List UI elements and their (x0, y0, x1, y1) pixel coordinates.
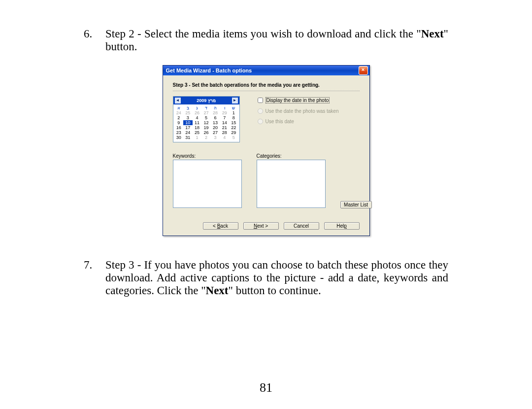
calendar-day[interactable]: 20 (211, 125, 220, 130)
categories-label: Categories: (257, 153, 326, 159)
calendar-dow: ה (211, 105, 220, 110)
button-bar: < Back Next > Cancel Help (173, 222, 360, 230)
keywords-listbox[interactable] (173, 160, 242, 208)
calendar-day[interactable]: 16 (174, 125, 184, 130)
calendar-day[interactable]: 7 (220, 115, 229, 120)
calendar-dow: ב (183, 105, 193, 110)
calendar-prev-icon[interactable]: ◄ (175, 98, 181, 103)
calendar-day[interactable]: 25 (183, 110, 193, 115)
step-heading: Step 3 - Set the batch operations for th… (173, 82, 360, 91)
calendar-day[interactable]: 11 (193, 120, 202, 125)
calendar-day[interactable]: 1 (229, 110, 238, 115)
calendar-day[interactable]: 14 (220, 120, 229, 125)
calendar-dow: ג (193, 105, 202, 110)
cancel-button[interactable]: Cancel (284, 222, 319, 230)
list-text-7: Step 3 - If you have photos you can choo… (105, 259, 448, 297)
use-this-label: Use this date (266, 119, 294, 124)
calendar-day[interactable]: 3 (183, 115, 193, 120)
calendar-day[interactable]: 5 (201, 115, 211, 120)
calendar-day[interactable]: 8 (229, 115, 238, 120)
calendar-day[interactable]: 13 (211, 120, 220, 125)
list-item-7: 7. Step 3 - If you have photos you can c… (84, 259, 448, 297)
calendar-day[interactable]: 21 (220, 125, 229, 130)
calendar-day[interactable]: 12 (201, 120, 211, 125)
checkbox-input[interactable] (258, 98, 263, 103)
calendar-day[interactable]: 10 (183, 120, 193, 125)
calendar-day[interactable]: 22 (229, 125, 238, 130)
calendar-day[interactable]: 29 (229, 130, 238, 135)
calendar-day[interactable]: 15 (229, 120, 238, 125)
calendar-day[interactable]: 1 (193, 135, 202, 140)
master-list-button[interactable]: Master List (340, 201, 372, 208)
calendar-day[interactable]: 2 (174, 115, 184, 120)
use-this-radio[interactable]: Use this date (258, 119, 339, 124)
wizard-dialog: Get Media Wizard - Batch options × Step … (163, 65, 370, 236)
bold-next: Next (421, 28, 444, 40)
calendar-day[interactable]: 6 (211, 115, 220, 120)
page-number: 81 (0, 380, 532, 395)
calendar-month-label: 2009 מרץ (197, 98, 216, 103)
calendar-day[interactable]: 2 (201, 135, 211, 140)
calendar-day[interactable]: 9 (174, 120, 184, 125)
calendar-day[interactable]: 31 (183, 135, 193, 140)
calendar-day[interactable]: 27 (201, 110, 211, 115)
calendar-day[interactable]: 4 (193, 115, 202, 120)
calendar-day[interactable]: 17 (183, 125, 193, 130)
keywords-label: Keywords: (173, 153, 242, 159)
list-item-6: 6. Step 2 - Select the media items you w… (84, 28, 448, 53)
calendar-day[interactable]: 4 (220, 135, 229, 140)
use-taken-radio[interactable]: Use the date the photo was taken (258, 108, 339, 114)
date-options: Display the date in the photo Use the da… (258, 96, 339, 142)
back-button[interactable]: < Back (203, 222, 238, 230)
dialog-body: Step 3 - Set the batch operations for th… (163, 75, 369, 236)
help-button[interactable]: Help (324, 222, 360, 230)
calendar-dow: ש (229, 105, 238, 110)
calendar-day[interactable]: 29 (220, 110, 229, 115)
calendar-day[interactable]: 26 (201, 130, 211, 135)
display-date-checkbox[interactable]: Display the date in the photo (258, 97, 339, 103)
calendar-day[interactable]: 23 (174, 130, 184, 135)
calendar[interactable]: ◄ 2009 מרץ ► אבגדהוש24252627282912345678… (173, 96, 240, 142)
calendar-day[interactable]: 30 (174, 135, 184, 140)
text: " button to continue. (229, 284, 321, 297)
categories-listbox[interactable] (257, 160, 326, 208)
calendar-day[interactable]: 27 (211, 130, 220, 135)
window-title: Get Media Wizard - Batch options (166, 68, 359, 73)
calendar-day[interactable]: 28 (211, 110, 220, 115)
list-number: 7. (84, 259, 105, 297)
next-button[interactable]: Next > (243, 222, 279, 230)
radio-input[interactable] (258, 119, 263, 124)
calendar-day[interactable]: 24 (174, 110, 184, 115)
use-taken-label: Use the date the photo was taken (266, 108, 339, 114)
display-date-label: Display the date in the photo (266, 97, 330, 103)
titlebar: Get Media Wizard - Batch options × (163, 66, 369, 75)
calendar-grid: אבגדהוש242526272829123456789101112131415… (173, 104, 239, 142)
keywords-field: Keywords: (173, 153, 242, 208)
text: Step 2 - Select the media items you wish… (105, 28, 421, 40)
bold-next: Next (206, 284, 229, 297)
calendar-day[interactable]: 26 (193, 110, 202, 115)
calendar-dow: א (174, 105, 184, 110)
calendar-dow: ו (220, 105, 229, 110)
categories-field: Categories: (257, 153, 326, 208)
calendar-day[interactable]: 3 (211, 135, 220, 140)
calendar-day[interactable]: 24 (183, 130, 193, 135)
calendar-day[interactable]: 28 (220, 130, 229, 135)
radio-input[interactable] (258, 108, 263, 114)
calendar-next-icon[interactable]: ► (232, 98, 238, 103)
calendar-day[interactable]: 5 (229, 135, 238, 140)
list-text-6: Step 2 - Select the media items you wish… (105, 28, 448, 53)
calendar-day[interactable]: 25 (193, 130, 202, 135)
calendar-day[interactable]: 18 (193, 125, 202, 130)
calendar-day[interactable]: 19 (201, 125, 211, 130)
calendar-dow: ד (201, 105, 211, 110)
calendar-header: ◄ 2009 מרץ ► (173, 97, 239, 104)
list-number: 6. (84, 28, 105, 53)
close-icon[interactable]: × (359, 66, 368, 75)
